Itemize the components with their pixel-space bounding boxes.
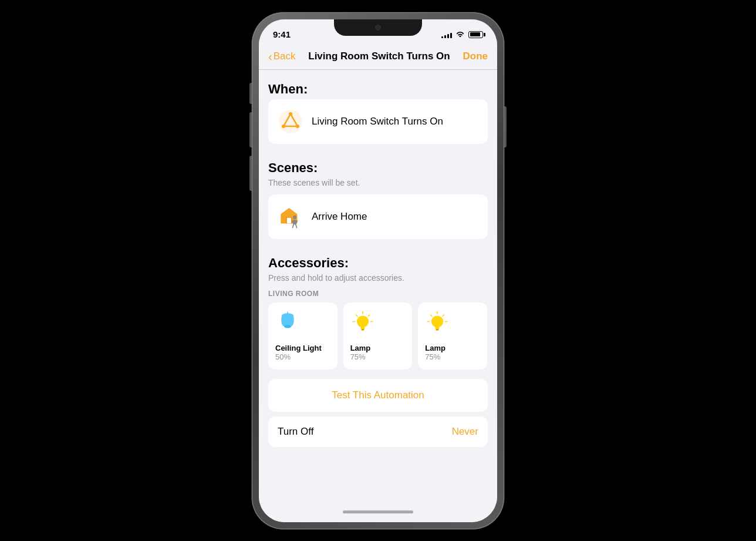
phone-frame: 9:41 xyxy=(252,12,504,529)
back-label: Back xyxy=(274,51,296,62)
status-icons xyxy=(441,30,483,39)
signal-icon xyxy=(441,31,452,38)
lamp-2-icon xyxy=(425,311,450,339)
home-indicator xyxy=(259,502,497,522)
turn-off-label: Turn Off xyxy=(278,426,313,438)
lamp-1-icon xyxy=(350,311,375,339)
svg-point-19 xyxy=(284,325,291,328)
ceiling-light-name: Ceiling Light 50% xyxy=(275,344,322,362)
volume-up-button xyxy=(249,112,252,147)
bottom-row: Turn Off Never xyxy=(268,416,488,447)
scene-label: Arrive Home xyxy=(312,211,367,223)
accessory-lamp-2[interactable]: Lamp 75% xyxy=(418,303,487,370)
test-automation-label: Test This Automation xyxy=(278,389,478,401)
svg-line-16 xyxy=(296,224,297,227)
power-button xyxy=(504,106,507,147)
when-title: When: xyxy=(268,82,488,97)
wifi-icon xyxy=(455,30,465,39)
scenes-title: Scenes: xyxy=(268,160,488,176)
volume-down-button xyxy=(249,156,252,191)
ceiling-light-icon xyxy=(275,311,300,339)
accessories-grid: Ceiling Light 50% xyxy=(259,303,497,370)
svg-rect-10 xyxy=(287,217,291,223)
room-label: LIVING ROOM xyxy=(259,290,497,298)
battery-icon xyxy=(468,31,483,38)
svg-rect-21 xyxy=(360,327,365,328)
trigger-label: Living Room Switch Turns On xyxy=(312,116,443,127)
back-arrow-icon: ‹ xyxy=(268,50,272,63)
camera-dot xyxy=(375,25,381,31)
arrive-home-icon xyxy=(278,204,303,230)
accessories-subtitle: Press and hold to adjust accessories. xyxy=(268,273,488,283)
done-button[interactable]: Done xyxy=(463,51,488,62)
notch xyxy=(334,19,422,36)
scenes-subtitle: These scenes will be set. xyxy=(268,178,488,187)
svg-line-32 xyxy=(443,315,444,316)
scenes-section: Scenes: These scenes will be set. xyxy=(259,149,497,239)
lamp-2-info: Lamp 75% xyxy=(425,344,446,362)
svg-line-24 xyxy=(368,315,369,316)
never-button[interactable]: Never xyxy=(452,426,478,438)
nav-title: Living Room Switch Turns On xyxy=(295,51,463,62)
svg-point-11 xyxy=(293,215,296,219)
homekit-icon xyxy=(278,109,303,135)
svg-rect-29 xyxy=(436,327,440,328)
home-indicator-bar xyxy=(343,510,413,513)
test-automation-section[interactable]: Test This Automation xyxy=(268,379,488,412)
svg-rect-30 xyxy=(436,329,439,331)
accessories-section: Accessories: Press and hold to adjust ac… xyxy=(259,244,497,283)
status-time: 9:41 xyxy=(273,29,291,39)
phone-screen: 9:41 xyxy=(259,19,497,522)
trigger-card[interactable]: Living Room Switch Turns On xyxy=(268,99,488,144)
svg-line-26 xyxy=(356,315,357,316)
svg-line-34 xyxy=(431,315,432,316)
mute-button xyxy=(249,83,252,104)
svg-line-15 xyxy=(293,224,294,227)
scene-card[interactable]: Arrive Home xyxy=(268,194,488,239)
when-section: When: xyxy=(259,70,497,144)
scroll-content: When: xyxy=(259,70,497,502)
svg-rect-22 xyxy=(361,329,364,331)
accessory-ceiling-light[interactable]: Ceiling Light 50% xyxy=(268,303,338,370)
navigation-bar: ‹ Back Living Room Switch Turns On Done xyxy=(259,45,497,70)
back-button[interactable]: ‹ Back xyxy=(268,50,295,63)
svg-point-20 xyxy=(357,315,369,327)
svg-point-28 xyxy=(431,315,443,327)
accessory-lamp-1[interactable]: Lamp 75% xyxy=(343,303,413,370)
accessories-title: Accessories: xyxy=(268,256,488,271)
lamp-1-info: Lamp 75% xyxy=(350,344,371,362)
